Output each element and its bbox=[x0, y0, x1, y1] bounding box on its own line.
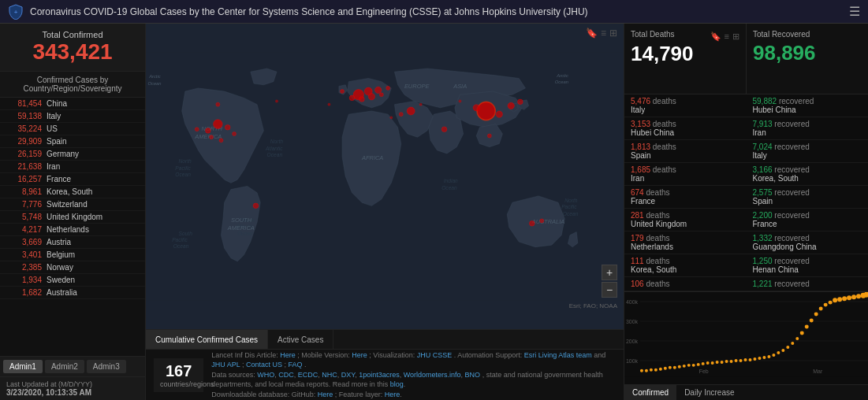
contact-link[interactable]: Contact US bbox=[246, 361, 282, 369]
country-list-item[interactable]: 35,224US bbox=[0, 123, 145, 135]
svg-point-44 bbox=[508, 102, 514, 109]
list-icon[interactable]: ≡ bbox=[725, 31, 729, 42]
svg-point-77 bbox=[645, 369, 648, 372]
list-view-icon[interactable]: ≡ bbox=[601, 28, 606, 39]
deaths-number: 14,790 bbox=[631, 42, 739, 66]
country-list-item[interactable]: 2,385Norway bbox=[0, 261, 145, 274]
left-panel: Total Confirmed 343,421 Confirmed Cases … bbox=[0, 24, 146, 400]
svg-point-76 bbox=[640, 369, 643, 372]
admin-tab[interactable]: Admin3 bbox=[87, 360, 126, 373]
death-label: deaths bbox=[653, 143, 676, 151]
death-count: 179 bbox=[631, 234, 644, 243]
lancet-link[interactable]: Here bbox=[280, 351, 296, 359]
svg-text:AMERICA: AMERICA bbox=[194, 133, 222, 140]
admin-tab[interactable]: Admin1 bbox=[3, 360, 43, 373]
country-list-item[interactable]: 4,217Netherlands bbox=[0, 224, 145, 236]
svg-point-88 bbox=[697, 363, 700, 366]
svg-text:Ocean: Ocean bbox=[555, 80, 568, 84]
country-name: Netherlands bbox=[47, 225, 89, 234]
admin-tab[interactable]: Admin2 bbox=[45, 360, 84, 373]
bookmark-icon[interactable]: 🔖 bbox=[710, 31, 721, 42]
chart-tabs: ConfirmedDaily Increase bbox=[624, 384, 868, 400]
country-list[interactable]: 81,454China59,138Italy35,224US29,909Spai… bbox=[0, 98, 145, 356]
countries-label: countries/regions bbox=[160, 380, 197, 388]
svg-point-110 bbox=[800, 331, 804, 335]
country-list-item[interactable]: 5,748United Kingdom bbox=[0, 211, 145, 224]
svg-point-82 bbox=[669, 366, 672, 369]
country-count: 26,159 bbox=[6, 150, 42, 158]
country-list-item[interactable]: 59,138Italy bbox=[0, 110, 145, 123]
death-label: deaths bbox=[646, 280, 669, 288]
rec-count: 1,332 bbox=[753, 234, 773, 243]
chart-tab[interactable]: Confirmed bbox=[624, 385, 676, 400]
world-map: North Pacific Ocean North Atlantic Ocean… bbox=[146, 24, 624, 329]
jhu-csse-link[interactable]: JHU CSSE bbox=[417, 351, 453, 359]
country-list-item[interactable]: 1,934Sweden bbox=[0, 274, 145, 287]
chart-panel: 400k 300k 200k 100k Feb Mar bbox=[624, 291, 868, 384]
country-name: Korea, South bbox=[47, 187, 92, 196]
country-count: 81,454 bbox=[6, 99, 42, 108]
last-updated-label: Last Updated at (M/D/YYY) bbox=[6, 380, 139, 388]
country-list-item[interactable]: 81,454China bbox=[0, 98, 145, 110]
country-count: 35,224 bbox=[6, 124, 42, 133]
grid-icon[interactable]: ⊞ bbox=[732, 31, 739, 42]
country-list-item[interactable]: 7,776Switzerland bbox=[0, 198, 145, 211]
svg-point-39 bbox=[386, 86, 390, 90]
map-type-tabs: Cumulative Confirmed CasesActive Cases bbox=[146, 329, 624, 349]
rec-country: Henan China bbox=[753, 265, 799, 274]
map-type-tab[interactable]: Active Cases bbox=[268, 330, 333, 349]
death-country: Spain bbox=[631, 151, 651, 160]
zoom-in-button[interactable]: + bbox=[602, 265, 617, 280]
jhu-apl-link[interactable]: JHU APL bbox=[211, 361, 240, 369]
country-list-item[interactable]: 8,961Korea, South bbox=[0, 186, 145, 198]
country-list-item[interactable]: 26,159Germany bbox=[0, 148, 145, 161]
deaths-toolbar: 🔖 ≡ ⊞ bbox=[710, 31, 739, 42]
country-name: Iran bbox=[47, 162, 60, 171]
death-stat-item: 106 deaths bbox=[624, 277, 747, 291]
recovered-stat-item: 7,024 recoveredItaly bbox=[747, 140, 869, 163]
bookmark-icon[interactable]: 🔖 bbox=[586, 28, 598, 39]
svg-point-46 bbox=[214, 120, 223, 129]
recovered-number: 98,896 bbox=[753, 41, 862, 65]
center-panel: 🔖 ≡ ⊞ bbox=[146, 24, 624, 400]
rec-country: Spain bbox=[753, 197, 773, 206]
faq-link[interactable]: FAQ bbox=[288, 361, 302, 369]
rec-country: France bbox=[753, 220, 777, 228]
map-type-tab[interactable]: Cumulative Confirmed Cases bbox=[146, 330, 268, 349]
country-list-item[interactable]: 21,638Iran bbox=[0, 161, 145, 173]
country-count: 1,934 bbox=[6, 276, 42, 284]
svg-point-91 bbox=[711, 361, 714, 365]
svg-point-89 bbox=[702, 362, 705, 365]
country-list-item[interactable]: 3,401Belgium bbox=[0, 249, 145, 261]
rec-country: Hubei China bbox=[753, 106, 796, 114]
map-zoom-controls: + − bbox=[602, 265, 617, 298]
country-list-item[interactable]: 29,909Spain bbox=[0, 135, 145, 148]
chart-tab[interactable]: Daily Increase bbox=[676, 385, 742, 400]
country-count: 4,217 bbox=[6, 225, 42, 234]
map-container[interactable]: 🔖 ≡ ⊞ bbox=[146, 24, 624, 329]
svg-point-81 bbox=[664, 367, 667, 370]
death-stat-item: 281 deathsUnited Kingdom bbox=[624, 209, 747, 231]
grid-view-icon[interactable]: ⊞ bbox=[609, 28, 617, 39]
death-stat-item: 111 deathsKorea, South bbox=[624, 254, 747, 277]
country-name: Germany bbox=[47, 150, 79, 158]
country-name: Norway bbox=[47, 263, 73, 272]
svg-point-53 bbox=[529, 220, 535, 226]
country-list-item[interactable]: 3,669Austria bbox=[0, 236, 145, 249]
svg-rect-65 bbox=[624, 293, 868, 378]
death-count: 111 bbox=[631, 257, 644, 265]
svg-point-55 bbox=[253, 203, 259, 209]
country-name: United Kingdom bbox=[47, 213, 102, 221]
mobile-link[interactable]: Here bbox=[352, 351, 367, 359]
country-list-item[interactable]: 16,257France bbox=[0, 173, 145, 186]
svg-point-42 bbox=[496, 111, 502, 117]
recovered-stat-item: 7,913 recoveredIran bbox=[747, 117, 869, 140]
country-name: Australia bbox=[47, 288, 77, 297]
svg-point-37 bbox=[379, 93, 383, 97]
country-list-item[interactable]: 1,682Australia bbox=[0, 287, 145, 299]
menu-icon[interactable]: ☰ bbox=[849, 4, 860, 19]
zoom-out-button[interactable]: − bbox=[602, 282, 617, 298]
svg-point-34 bbox=[349, 95, 355, 101]
svg-point-95 bbox=[730, 360, 733, 363]
esri-link[interactable]: Esri Living Atlas team bbox=[524, 351, 592, 359]
